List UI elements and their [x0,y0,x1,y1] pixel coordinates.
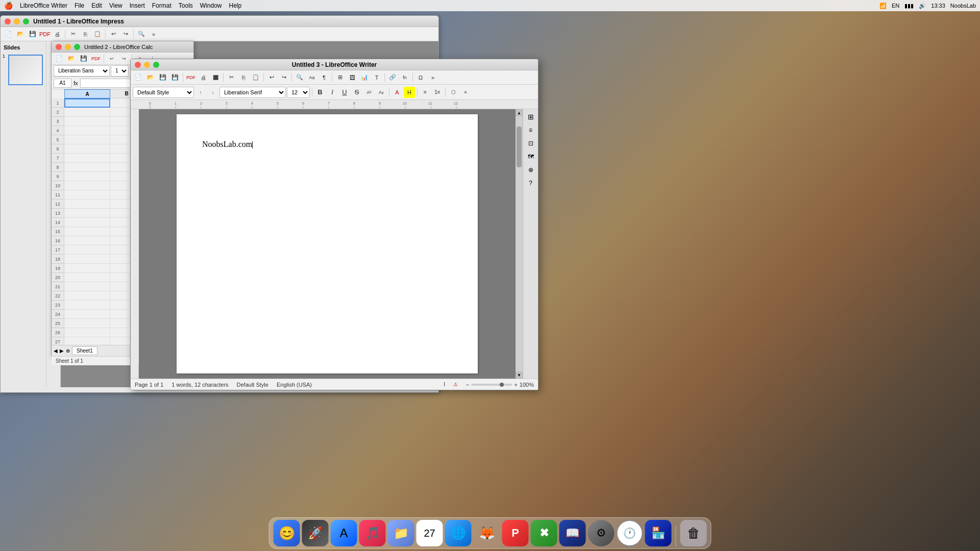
writer-special-char-btn[interactable]: Ω [415,72,426,83]
writer-open-btn[interactable]: 📂 [145,72,156,83]
impress-close-button[interactable] [5,18,11,24]
sidebar-functions-icon[interactable]: ⊕ [525,164,536,176]
calc-minimize-button[interactable] [65,44,71,50]
writer-fontname-btn[interactable]: Aa [306,72,317,83]
menubar-file[interactable]: File [75,2,84,9]
menubar-edit[interactable]: Edit [91,2,102,9]
calc-size-select[interactable]: 10 [111,65,129,77]
calc-cell-ref[interactable] [54,79,71,88]
writer-subscript-btn[interactable]: A₂ [376,87,387,98]
cell-a24[interactable] [64,310,110,319]
menubar-format[interactable]: Format [152,2,172,9]
cell-a10[interactable] [64,181,110,190]
impress-find-btn[interactable]: 🔍 [136,29,147,40]
writer-paste-btn[interactable]: 📋 [250,72,261,83]
apple-menu[interactable]: 🍎 [4,2,13,10]
cell-a12[interactable] [64,199,110,209]
dock-appstore[interactable]: A [331,520,357,546]
cell-a2[interactable] [64,108,110,117]
calc-save-btn[interactable]: 💾 [78,53,89,64]
writer-textframe-btn[interactable]: T [371,72,382,83]
dock-app-blue[interactable]: 📖 [559,520,586,546]
impress-undo-btn[interactable]: ↩ [108,29,119,40]
cell-a14[interactable] [64,218,110,227]
cell-a8[interactable] [64,163,110,172]
writer-table-btn[interactable]: ⊞ [334,72,346,83]
writer-undo-btn[interactable]: ↩ [266,72,277,83]
writer-font-select[interactable]: Liberation Serif [219,87,286,98]
writer-bullets-btn[interactable]: ≡ [420,87,431,98]
calc-new-btn[interactable]: 📄 [54,53,65,64]
menubar-view[interactable]: View [109,2,122,9]
writer-bold-btn[interactable]: B [314,87,326,98]
cell-a23[interactable] [64,300,110,310]
writer-underline-btn[interactable]: U [339,87,350,98]
writer-minimize-button[interactable] [144,62,150,68]
dock-files[interactable]: 📁 [388,520,414,546]
impress-more-btn[interactable]: » [148,29,159,40]
writer-paragraph-btn[interactable]: ¶ [318,72,330,83]
calc-close-button[interactable] [56,44,62,50]
writer-print-btn[interactable]: 🖨 [198,72,209,83]
dock-clock[interactable]: 🕐 [617,520,643,546]
writer-italic-btn[interactable]: I [327,87,338,98]
impress-copy-btn[interactable]: ⎘ [80,29,91,40]
sidebar-properties-icon[interactable]: ⊞ [525,111,536,122]
sheet-add-icon[interactable]: ⊕ [66,348,70,354]
cell-a27[interactable] [64,337,110,345]
zoom-thumb[interactable] [500,383,504,387]
dock-browser1[interactable]: 🌐 [445,520,472,546]
sheet-tab-1[interactable]: Sheet1 [72,346,97,355]
cell-a22[interactable] [64,291,110,300]
cell-a3[interactable] [64,117,110,126]
writer-pdf-btn[interactable]: PDF [185,72,197,83]
impress-save-btn[interactable]: 💾 [27,29,38,40]
impress-maximize-button[interactable] [23,18,29,24]
writer-hyperlink-btn[interactable]: 🔗 [387,72,398,83]
writer-style-select[interactable]: Default Style [133,87,194,98]
writer-highlight-btn[interactable]: H [404,87,415,98]
sheet-nav-prev[interactable]: ◀ [54,348,58,354]
writer-zoom-control[interactable]: − + 100% [466,382,534,388]
calc-undo-btn[interactable]: ↩ [106,53,117,64]
scrollbar-thumb[interactable] [517,127,522,167]
writer-saveall-btn[interactable]: 💾 [169,72,181,83]
cell-a6[interactable] [64,144,110,154]
dock-firefox[interactable]: 🦊 [474,520,500,546]
cell-a9[interactable] [64,172,110,181]
slide-1-thumb[interactable] [8,55,43,85]
writer-superscript-btn[interactable]: A² [363,87,375,98]
writer-cut-btn[interactable]: ✂ [226,72,237,83]
writer-page-content[interactable]: NoobsLab.com [202,140,452,149]
writer-align-left-btn[interactable]: ⬡ [448,87,459,98]
sheet-nav-next[interactable]: ▶ [60,348,64,354]
cell-a5[interactable] [64,135,110,144]
menubar-tools[interactable]: Tools [179,2,193,9]
writer-redo-btn[interactable]: ↪ [278,72,289,83]
writer-chart-btn[interactable]: 📊 [359,72,370,83]
cell-a7[interactable] [64,154,110,163]
zoom-in-icon[interactable]: + [514,382,517,388]
cell-a11[interactable] [64,190,110,199]
menubar-window[interactable]: Window [200,2,222,9]
style-down-btn[interactable]: ↓ [207,87,218,98]
sidebar-navigator-icon[interactable]: 🗺 [525,151,536,162]
impress-pdf-btn[interactable]: PDF [39,29,51,40]
impress-paste-btn[interactable]: 📋 [92,29,103,40]
scrollbar-down[interactable]: ▼ [516,371,523,379]
writer-save-btn[interactable]: 💾 [157,72,168,83]
dock-launchpad[interactable]: 🚀 [302,520,329,546]
dock-music[interactable]: 🎵 [359,520,386,546]
writer-close-button[interactable] [135,62,141,68]
dock-app-green[interactable]: ✖ [531,520,557,546]
impress-open-btn[interactable]: 📂 [15,29,26,40]
style-up-btn[interactable]: ↑ [195,87,206,98]
cell-a18[interactable] [64,255,110,264]
writer-printpreview-btn[interactable]: ⬛ [210,72,221,83]
dock-calendar[interactable]: 27 [416,520,443,546]
cell-a1[interactable] [64,98,110,108]
writer-fontcolor-btn[interactable]: A [391,87,403,98]
writer-maximize-button[interactable] [153,62,159,68]
writer-find-btn[interactable]: 🔍 [294,72,305,83]
writer-copy-btn[interactable]: ⎘ [238,72,249,83]
